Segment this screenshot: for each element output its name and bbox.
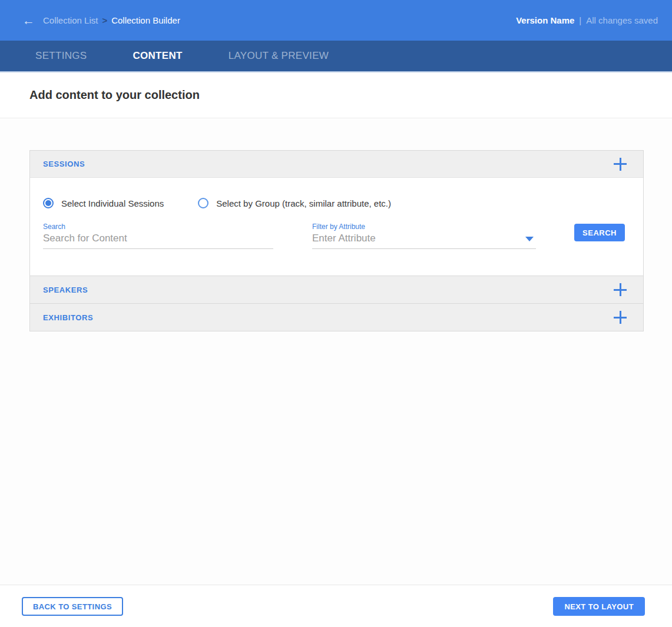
title-strip: Add content to your collection [0,72,672,118]
back-arrow-icon[interactable]: ← [22,14,35,26]
search-field-label: Search [43,223,273,231]
tab-content[interactable]: CONTENT [133,50,182,62]
filter-field-wrap: Filter by Attribute [312,223,536,249]
content-accordion: SESSIONS Select Individual Sessions Sele… [29,150,644,331]
accordion-section-sessions: SESSIONS Select Individual Sessions Sele… [30,151,643,276]
version-name[interactable]: Version Name [516,15,574,25]
plus-icon[interactable] [614,158,627,171]
exhibitors-header[interactable]: EXHIBITORS [30,304,643,331]
breadcrumb: ← Collection List > Collection Builder [22,14,180,26]
speakers-title: SPEAKERS [43,286,88,294]
plus-icon[interactable] [614,311,627,324]
radio-group-label: Select by Group (track, similar attribut… [216,198,391,208]
radio-individual-sessions[interactable]: Select Individual Sessions [43,198,164,208]
next-to-layout-button[interactable]: NEXT TO LAYOUT [553,597,645,616]
filter-field-label: Filter by Attribute [312,223,536,231]
tab-layout-preview[interactable]: LAYOUT & PREVIEW [229,50,329,62]
radio-unselected-icon[interactable] [198,198,208,208]
caret-down-icon[interactable] [525,237,534,241]
save-status: All changes saved [586,15,658,25]
radio-by-group[interactable]: Select by Group (track, similar attribut… [198,198,391,208]
search-button[interactable]: SEARCH [574,224,625,241]
wizard-footer: BACK TO SETTINGS NEXT TO LAYOUT [0,585,672,627]
session-select-mode: Select Individual Sessions Select by Gro… [43,198,630,208]
breadcrumb-current: Collection Builder [111,15,180,25]
tab-bar: SETTINGS CONTENT LAYOUT & PREVIEW [0,41,672,72]
accordion-section-exhibitors: EXHIBITORS [30,303,643,331]
sessions-header[interactable]: SESSIONS [30,151,643,178]
exhibitors-title: EXHIBITORS [43,313,93,322]
main-content: SESSIONS Select Individual Sessions Sele… [0,118,672,585]
accordion-section-speakers: SPEAKERS [30,276,643,303]
filter-attribute-input[interactable] [312,231,536,249]
breadcrumb-separator: > [102,15,107,25]
page-title: Add content to your collection [29,88,200,102]
plus-icon[interactable] [614,283,627,296]
status-separator: | [579,15,581,25]
app-bar: ← Collection List > Collection Builder V… [0,0,672,41]
search-field-wrap: Search [43,223,273,249]
tab-settings[interactable]: SETTINGS [35,50,87,62]
sessions-title: SESSIONS [43,160,85,168]
sessions-body: Select Individual Sessions Select by Gro… [30,178,643,276]
back-to-settings-button[interactable]: BACK TO SETTINGS [22,597,123,616]
session-search-row: Search Filter by Attribute SEARCH [43,223,630,249]
version-status: Version Name | All changes saved [516,15,658,25]
breadcrumb-parent[interactable]: Collection List [43,15,98,25]
radio-selected-icon[interactable] [43,198,54,208]
radio-individual-label: Select Individual Sessions [61,198,164,208]
speakers-header[interactable]: SPEAKERS [30,276,643,303]
search-input[interactable] [43,231,273,249]
